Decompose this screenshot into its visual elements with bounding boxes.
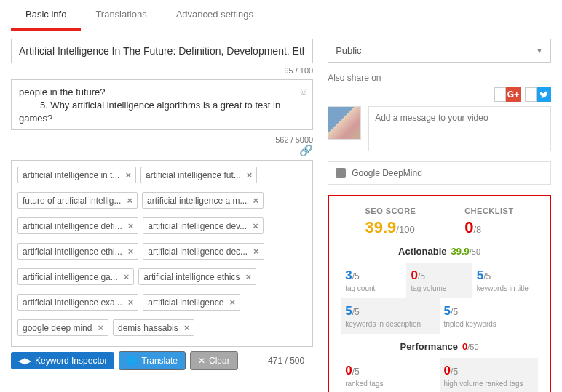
- tag-chip[interactable]: artificial intelligence exa...×: [17, 294, 138, 311]
- tag-remove-icon[interactable]: ×: [124, 271, 130, 282]
- description-counter: 562 / 5000: [275, 135, 313, 144]
- deepmind-icon: [336, 168, 346, 178]
- translate-label: Translate: [141, 356, 178, 366]
- tabs-bar: Basic info Translations Advanced setting…: [11, 0, 551, 31]
- tag-remove-icon[interactable]: ×: [127, 195, 132, 206]
- tag-remove-icon[interactable]: ×: [253, 220, 258, 231]
- metric-kw-desc: 5/5keywords in description: [341, 298, 439, 334]
- tab-basic-info[interactable]: Basic info: [11, 0, 81, 31]
- metric-tripled: 5/5tripled keywords: [440, 298, 538, 334]
- privacy-dropdown[interactable]: Public ▼: [328, 39, 551, 63]
- tags-counter: 471 / 500: [268, 356, 304, 366]
- metric-tag-count: 3/5tag count: [341, 263, 406, 298]
- tags-box[interactable]: artificial intelligence in t...×artifici…: [11, 160, 313, 347]
- performance-header: Performance0/50: [341, 341, 538, 352]
- metric-kw-title: 5/5keywords in title: [472, 263, 538, 298]
- tag-chip[interactable]: demis hassabis×: [113, 319, 194, 336]
- keyword-inspector-button[interactable]: ◀▶Keyword Inspector: [11, 352, 114, 369]
- seo-score-value: 39.9: [365, 218, 397, 236]
- tag-remove-icon[interactable]: ×: [184, 322, 190, 333]
- seo-score-block: SEO SCORE 39.9/100: [365, 207, 416, 237]
- tag-remove-icon[interactable]: ×: [125, 169, 131, 180]
- clear-label: Clear: [209, 356, 230, 366]
- tag-chip[interactable]: future of artificial intellig...×: [17, 192, 138, 209]
- tag-chip[interactable]: artificial intelligence dec...×: [143, 243, 264, 260]
- twitter-toggle[interactable]: [525, 87, 551, 102]
- description-textarea[interactable]: people in the future? 5. Why artificial …: [11, 79, 313, 130]
- emoji-icon[interactable]: ☺: [298, 85, 309, 97]
- left-column: 95 / 100 people in the future? 5. Why ar…: [11, 39, 313, 392]
- tag-label: artificial intelligence dec...: [148, 247, 248, 257]
- tab-advanced-settings[interactable]: Advanced settings: [162, 0, 268, 31]
- clear-icon: ✕: [198, 356, 205, 366]
- translate-icon: 🌐: [127, 356, 138, 366]
- clear-button[interactable]: ✕Clear: [190, 351, 238, 370]
- tag-label: artificial intelligence dev...: [148, 221, 247, 231]
- tag-label: artificial intelligence: [148, 297, 223, 308]
- deepmind-row[interactable]: Google DeepMind: [328, 161, 551, 185]
- tag-remove-icon[interactable]: ×: [253, 195, 258, 206]
- seo-panel: SEO SCORE 39.9/100 CHECKLIST 0/8 Actiona…: [328, 195, 551, 392]
- checklist-value: 0: [464, 218, 473, 236]
- avatar: [328, 106, 361, 140]
- tag-chip[interactable]: artificial intelligence dev...×: [143, 217, 263, 234]
- tag-label: artificial intelligence ga...: [23, 272, 118, 282]
- actionable-grid: 3/5tag count0/5tag volume5/5keywords in …: [341, 263, 538, 334]
- metric-ranked: 0/5ranked tags: [341, 358, 439, 392]
- tag-chip[interactable]: artificial intelligence ethi...×: [17, 243, 138, 260]
- tag-remove-icon[interactable]: ×: [245, 271, 251, 282]
- tag-label: future of artificial intellig...: [23, 196, 121, 206]
- deepmind-label: Google DeepMind: [352, 168, 422, 178]
- tag-chip[interactable]: artificial intelligence defi...×: [17, 217, 138, 234]
- share-message-textarea[interactable]: [368, 106, 551, 151]
- tag-remove-icon[interactable]: ×: [128, 297, 134, 308]
- attachment-icon[interactable]: 🔗: [299, 144, 313, 156]
- gplus-icon: G+: [506, 87, 521, 102]
- tag-chip[interactable]: artificial intelligence fut...×: [140, 167, 257, 183]
- tag-chip[interactable]: artificial intelligence ga...×: [17, 268, 134, 285]
- tag-remove-icon[interactable]: ×: [98, 322, 103, 333]
- seo-score-label: SEO SCORE: [365, 207, 416, 215]
- tag-label: artificial intellignce ethics: [143, 272, 240, 282]
- tag-remove-icon[interactable]: ×: [128, 220, 134, 231]
- tag-label: artificial intelligence ethi...: [23, 247, 122, 257]
- checklist-denom: /8: [473, 224, 481, 235]
- twitter-icon: [537, 87, 551, 102]
- tag-chip[interactable]: artificial intelligence in t...×: [17, 167, 136, 183]
- tag-chip[interactable]: artificial intellignce ethics×: [138, 268, 256, 285]
- checklist-block: CHECKLIST 0/8: [464, 207, 513, 237]
- checklist-label: CHECKLIST: [464, 207, 513, 215]
- title-input[interactable]: [11, 39, 313, 63]
- tag-remove-icon[interactable]: ×: [247, 169, 253, 180]
- actionable-header: Actionable39.9/50: [341, 246, 538, 257]
- metric-tag-volume: 0/5tag volume: [406, 263, 472, 298]
- tag-label: artificial intelligence defi...: [23, 221, 122, 231]
- gplus-toggle[interactable]: G+: [494, 87, 521, 102]
- tab-translations[interactable]: Translations: [81, 0, 161, 31]
- tag-chip[interactable]: google deep mind×: [17, 319, 108, 336]
- keyword-inspector-label: Keyword Inspector: [35, 356, 107, 366]
- inspector-icon: ◀▶: [18, 356, 31, 366]
- seo-score-denom: /100: [396, 224, 414, 235]
- right-column: Public ▼ Also share on G+ Google DeepMin…: [328, 39, 551, 392]
- tag-label: demis hassabis: [118, 323, 178, 333]
- tag-label: artificial intelligence a m...: [147, 196, 247, 206]
- title-counter: 95 / 100: [11, 66, 313, 75]
- tag-remove-icon[interactable]: ×: [128, 246, 134, 257]
- tag-chip[interactable]: artificial intelligence×: [143, 294, 240, 311]
- performance-grid: 0/5ranked tags0/5high volume ranked tags: [341, 358, 538, 392]
- translate-button[interactable]: 🌐Translate: [119, 351, 186, 370]
- share-label: Also share on: [328, 73, 551, 83]
- privacy-label: Public: [336, 45, 361, 56]
- tag-label: artificial intelligence in t...: [23, 170, 119, 180]
- tag-remove-icon[interactable]: ×: [229, 297, 235, 308]
- metric-highvol: 0/5high volume ranked tags: [440, 358, 538, 392]
- tag-label: artificial intelligence fut...: [146, 170, 241, 180]
- caret-down-icon: ▼: [536, 47, 543, 55]
- tag-chip[interactable]: artificial intelligence a m...×: [142, 192, 264, 209]
- tag-remove-icon[interactable]: ×: [253, 246, 259, 257]
- tag-label: artificial intelligence exa...: [23, 297, 122, 308]
- tag-label: google deep mind: [23, 323, 92, 333]
